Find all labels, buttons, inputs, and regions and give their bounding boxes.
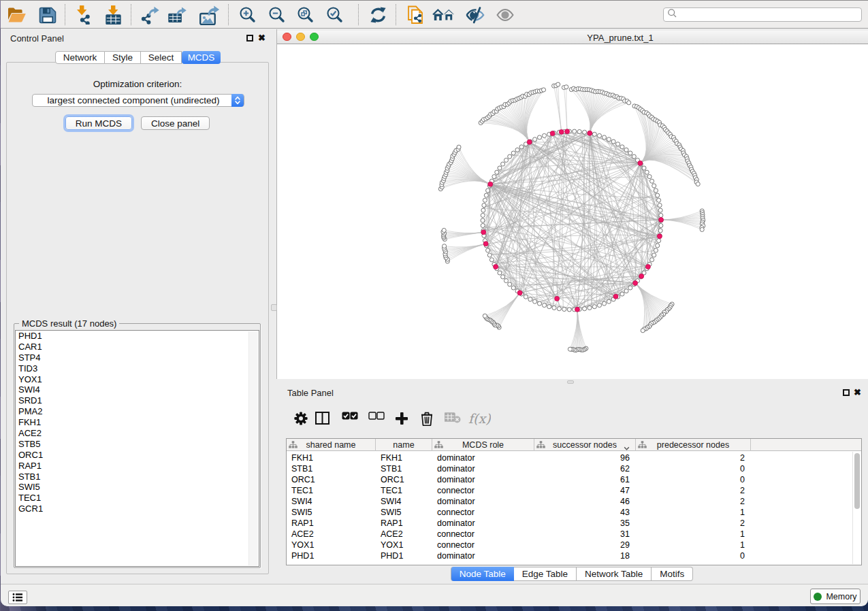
network-window-titlebar[interactable]: YPA_prune.txt_1 [277, 31, 868, 44]
column-header-name[interactable]: name [376, 439, 432, 451]
mcds-result-item[interactable]: GCR1 [16, 503, 259, 514]
control-tab-network[interactable]: Network [55, 51, 105, 64]
import-table-from-file-icon[interactable] [103, 5, 123, 24]
table-row[interactable]: YOX1YOX1connector291 [287, 540, 852, 550]
float-panel-icon[interactable] [246, 35, 253, 42]
mcds-result-item[interactable]: CAR1 [16, 342, 259, 352]
mcds-result-item[interactable]: FKH1 [16, 417, 259, 428]
new-network-from-selection-icon[interactable] [406, 5, 426, 24]
memory-button[interactable]: Memory [810, 589, 861, 604]
close-panel-button[interactable]: Close panel [141, 116, 210, 130]
table-row[interactable]: PHD1PHD1dominator180 [287, 550, 852, 561]
run-mcds-button[interactable]: Run MCDS [65, 116, 132, 130]
window-maximize-icon[interactable] [310, 33, 319, 42]
window-close-icon[interactable] [283, 33, 291, 42]
zoom-in-icon[interactable] [238, 5, 257, 24]
control-panel: Control Panel ✖ NetworkStyleSelectMCDS O… [1, 29, 275, 584]
column-header-shared-name[interactable]: shared name [287, 439, 376, 451]
function-builder-icon[interactable]: f(x) [468, 412, 491, 429]
table-tab-network-table[interactable]: Network Table [577, 567, 652, 581]
mcds-result-item[interactable]: STB1 [16, 472, 259, 482]
delete-column-icon[interactable] [421, 412, 433, 429]
horizontal-splitter[interactable] [276, 379, 868, 384]
table-options-icon[interactable] [294, 412, 308, 428]
table-tab-node-table[interactable]: Node Table [451, 567, 514, 581]
table-row[interactable]: SWI5SWI5connector431 [287, 507, 852, 518]
control-tab-mcds[interactable]: MCDS [182, 51, 221, 64]
network-canvas[interactable] [277, 44, 868, 379]
table-cell: SWI5 [381, 508, 402, 517]
mcds-result-list[interactable]: PHD1CAR1STP4TID3YOX1SWI4SRD1PMA2FKH1ACE2… [15, 330, 259, 567]
column-header-MCDS-role[interactable]: MCDS role [432, 439, 534, 451]
table-cell: TEC1 [291, 486, 313, 495]
mcds-result-item[interactable]: ACE2 [16, 428, 259, 439]
criterion-dropdown[interactable]: largest connected component (undirected) [32, 94, 244, 107]
window-minimize-icon[interactable] [296, 33, 305, 42]
deselect-all-icon[interactable] [368, 412, 385, 424]
zoom-fit-icon[interactable] [296, 5, 315, 24]
export-table-icon[interactable] [168, 5, 187, 24]
table-row[interactable]: FKH1FKH1dominator962 [287, 452, 852, 463]
mcds-result-item[interactable]: SRD1 [16, 395, 259, 406]
table-cell: dominator [437, 497, 475, 506]
mcds-result-item[interactable]: STB5 [16, 439, 259, 450]
table-cell: dominator [437, 453, 475, 463]
mcds-result-item[interactable]: RAP1 [16, 461, 259, 472]
table-row[interactable]: ACE2ACE2connector311 [287, 529, 852, 540]
column-header-successor-nodes[interactable]: successor nodes [534, 439, 636, 451]
select-all-icon[interactable] [342, 412, 358, 424]
first-neighbors-icon[interactable] [432, 5, 455, 24]
mcds-result-item[interactable]: ORC1 [16, 450, 259, 461]
table-scrollbar-thumb[interactable] [854, 453, 860, 509]
table-row[interactable]: SWI4SWI4dominator462 [287, 496, 852, 507]
import-network-from-file-icon[interactable] [75, 5, 94, 24]
task-history-button[interactable] [8, 591, 27, 604]
open-session-icon[interactable] [7, 5, 27, 24]
mcds-result-item[interactable]: TEC1 [16, 493, 259, 503]
column-header-predecessor-nodes[interactable]: predecessor nodes [636, 439, 751, 451]
table-panel-title: Table Panel [287, 388, 334, 398]
mcds-result-item[interactable]: STP4 [16, 352, 259, 363]
table-close-panel-icon[interactable]: ✖ [854, 388, 861, 397]
table-cell: STB1 [381, 464, 402, 474]
apply-layout-icon[interactable] [368, 5, 387, 24]
table-cell: dominator [437, 551, 475, 561]
delete-table-icon[interactable] [445, 412, 461, 426]
horizontal-splitter-handle[interactable] [567, 380, 574, 384]
mcds-result-item[interactable]: SWI4 [16, 384, 259, 395]
mcds-result-item[interactable]: YOX1 [16, 374, 259, 385]
table-row[interactable]: TEC1TEC1connector472 [287, 485, 852, 496]
table-row[interactable]: STB1STB1dominator620 [287, 463, 852, 474]
table-tab-motifs[interactable]: Motifs [652, 567, 693, 581]
export-network-icon[interactable] [141, 5, 160, 24]
show-graphics-details-icon[interactable] [496, 5, 515, 24]
table-float-panel-icon[interactable] [843, 389, 850, 396]
close-panel-icon[interactable]: ✖ [258, 33, 266, 42]
status-bar: Memory [1, 584, 868, 606]
table-cell: connector [437, 529, 475, 539]
control-tab-select[interactable]: Select [141, 51, 182, 64]
table-cell: dominator [437, 518, 475, 528]
zoom-selected-icon[interactable] [325, 5, 344, 24]
table-cell: 2 [636, 486, 745, 495]
search-input[interactable] [677, 10, 861, 20]
hide-graphics-details-icon[interactable] [466, 5, 485, 24]
control-tab-style[interactable]: Style [105, 51, 141, 64]
zoom-out-icon[interactable] [268, 5, 287, 24]
table-cell: FKH1 [291, 453, 313, 463]
table-row[interactable]: ORC1ORC1dominator610 [287, 474, 852, 485]
mcds-result-item[interactable]: PMA2 [16, 406, 259, 417]
save-session-icon[interactable] [38, 5, 57, 24]
mcds-list-scrollbar[interactable] [248, 331, 258, 565]
show-column-panel-icon[interactable] [315, 412, 329, 427]
table-cell: 96 [534, 453, 630, 463]
search-box[interactable] [663, 7, 862, 22]
export-image-icon[interactable] [199, 5, 222, 24]
table-scrollbar[interactable] [852, 452, 861, 564]
table-tab-edge-table[interactable]: Edge Table [514, 567, 577, 581]
create-column-icon[interactable] [395, 412, 408, 428]
mcds-result-item[interactable]: TID3 [16, 363, 259, 374]
mcds-result-item[interactable]: SWI5 [16, 482, 259, 493]
mcds-result-item[interactable]: PHD1 [16, 331, 259, 342]
table-row[interactable]: RAP1RAP1dominator352 [287, 518, 852, 529]
